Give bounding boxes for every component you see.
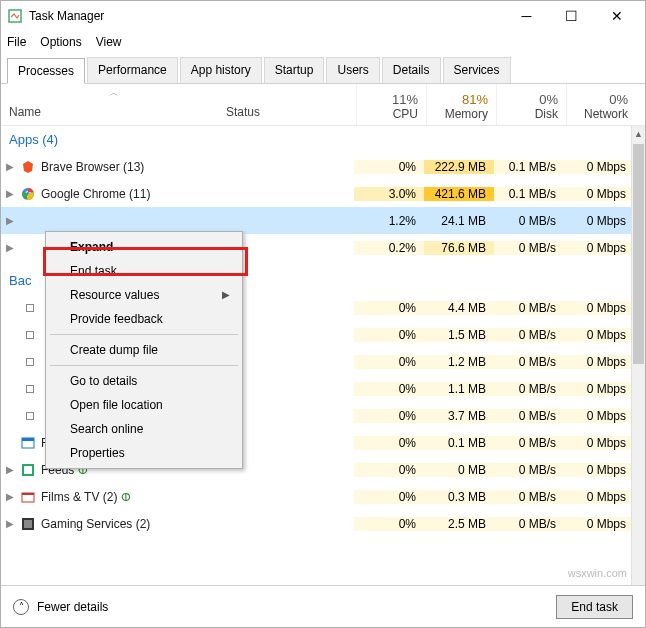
expand-icon[interactable]: ▶ [1,215,19,226]
table-row[interactable]: ▶ Films & TV (2)ⵀ 0%0.3 MB 0 MB/s0 Mbps [1,483,645,510]
end-task-button[interactable]: End task [556,595,633,619]
efficiency-icon: ⵀ [121,491,131,503]
ctx-expand[interactable]: Expand [48,235,240,259]
feeds-icon [19,462,37,478]
tab-performance[interactable]: Performance [87,57,178,83]
header-memory[interactable]: 81%Memory [426,84,496,125]
tab-startup[interactable]: Startup [264,57,325,83]
scroll-thumb[interactable] [633,144,644,364]
header-name[interactable]: ︿ Name [1,84,226,125]
expand-icon[interactable]: ▶ [1,242,19,253]
ctx-provide-feedback[interactable]: Provide feedback [48,307,240,331]
column-headers: ︿ Name Status 11%CPU 81%Memory 0%Disk 0%… [1,84,645,126]
films-tv-icon [19,489,37,505]
separator [50,334,238,335]
tabs: Processes Performance App history Startu… [1,53,645,84]
tab-services[interactable]: Services [443,57,511,83]
maximize-button[interactable]: ☐ [549,2,594,30]
ctx-search-online[interactable]: Search online [48,417,240,441]
svg-rect-5 [22,438,34,441]
close-button[interactable]: ✕ [594,2,639,30]
header-cpu[interactable]: 11%CPU [356,84,426,125]
brave-icon [19,159,37,175]
context-menu: Expand End task Resource values▶ Provide… [45,231,243,469]
svg-rect-7 [24,466,32,474]
table-row[interactable]: ▶ Google Chrome (11) 3.0% 421.6 MB 0.1 M… [1,180,645,207]
header-status[interactable]: Status [226,84,356,125]
tab-details[interactable]: Details [382,57,441,83]
expand-icon[interactable]: ▶ [1,464,19,475]
gaming-services-icon [19,516,37,532]
menu-view[interactable]: View [96,35,122,49]
expand-icon[interactable]: ▶ [1,161,19,172]
expand-icon[interactable]: ▶ [1,188,19,199]
vertical-scrollbar[interactable]: ▲ ▼ [631,126,645,604]
app-icon [19,213,37,229]
svg-rect-9 [22,493,34,495]
table-row-selected[interactable]: ▶ 1.2% 24.1 MB 0 MB/s 0 Mbps [1,207,645,234]
menu-options[interactable]: Options [40,35,81,49]
sort-indicator-icon: ︿ [109,86,119,100]
tab-app-history[interactable]: App history [180,57,262,83]
header-disk[interactable]: 0%Disk [496,84,566,125]
table-row[interactable]: ▶ Gaming Services (2) 0%2.5 MB 0 MB/s0 M… [1,510,645,537]
menu-file[interactable]: File [7,35,26,49]
window-title: Task Manager [29,9,104,23]
ctx-properties[interactable]: Properties [48,441,240,465]
ctx-end-task[interactable]: End task [48,259,240,283]
svg-rect-11 [24,520,32,528]
header-network[interactable]: 0%Network [566,84,636,125]
submenu-arrow-icon: ▶ [222,289,230,300]
fewer-details-link[interactable]: Fewer details [37,600,108,614]
expand-icon[interactable]: ▶ [1,518,19,529]
ctx-open-file[interactable]: Open file location [48,393,240,417]
app-icon [7,8,23,24]
chrome-icon [19,186,37,202]
table-row[interactable]: ▶ Brave Browser (13) 0% 222.9 MB 0.1 MB/… [1,153,645,180]
expand-icon[interactable]: ▶ [1,491,19,502]
ctx-go-details[interactable]: Go to details [48,369,240,393]
separator [50,365,238,366]
ctx-create-dump[interactable]: Create dump file [48,338,240,362]
scroll-up-icon[interactable]: ▲ [632,126,645,142]
tab-users[interactable]: Users [326,57,379,83]
features-icon [19,435,37,451]
group-apps: Apps (4) [1,126,645,153]
footer: ˄ Fewer details End task [1,585,645,627]
ctx-resource-values[interactable]: Resource values▶ [48,283,240,307]
watermark: wsxwin.com [568,567,627,579]
minimize-button[interactable]: ─ [504,2,549,30]
titlebar: Task Manager ─ ☐ ✕ [1,1,645,31]
menubar: File Options View [1,31,645,53]
fewer-details-icon[interactable]: ˄ [13,599,29,615]
tab-processes[interactable]: Processes [7,58,85,84]
